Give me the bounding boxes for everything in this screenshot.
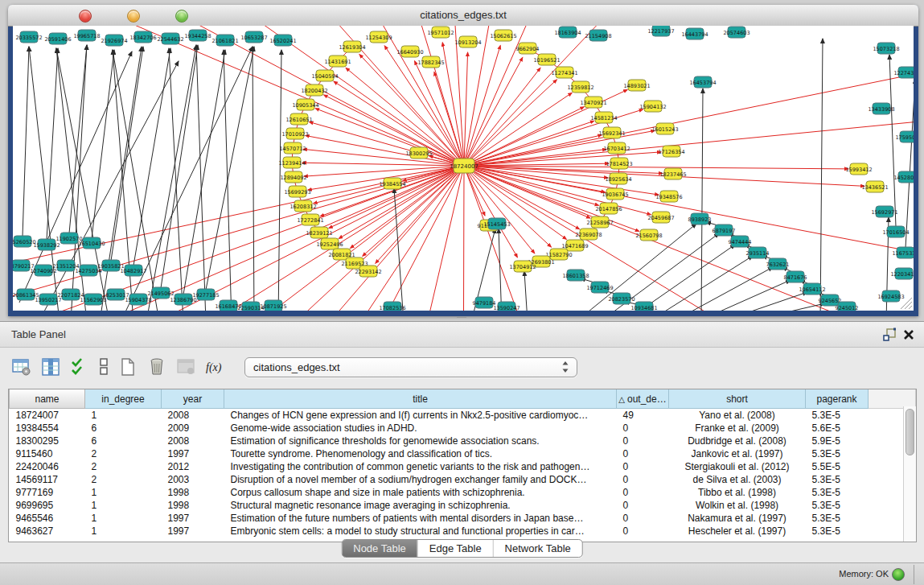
- table-cell[interactable]: 6: [85, 435, 162, 447]
- table-cell[interactable]: 0: [617, 435, 669, 447]
- table-row[interactable]: 2242004622012Investigating the contribut…: [10, 460, 916, 473]
- window-titlebar[interactable]: citations_edges.txt: [8, 5, 918, 27]
- column-header-short[interactable]: short: [669, 389, 806, 409]
- graph-edge-red[interactable]: [464, 58, 914, 166]
- graph-edge-black[interactable]: [701, 89, 703, 311]
- column-visibility-icon[interactable]: [40, 356, 61, 377]
- graph-edge-red[interactable]: [324, 95, 464, 166]
- table-cell[interactable]: 18300295: [10, 435, 85, 447]
- graph-edge-black[interactable]: [92, 50, 114, 238]
- table-cell[interactable]: Nakamura et al. (1997): [669, 512, 806, 525]
- table-cell[interactable]: 2003: [162, 473, 224, 486]
- network-view[interactable]: 1261930411431691150405941820043210905344…: [13, 26, 914, 311]
- table-cell[interactable]: 1997: [162, 512, 224, 525]
- table-row[interactable]: 969969511998Structural magnetic resonanc…: [10, 499, 916, 512]
- table-cell[interactable]: 22420046: [10, 460, 85, 473]
- table-cell[interactable]: 0: [617, 422, 669, 435]
- table-cell[interactable]: Tourette syndrome. Phenomenology and cla…: [224, 447, 617, 460]
- graph-edge-black[interactable]: [721, 292, 807, 311]
- table-cell[interactable]: 0: [617, 525, 669, 538]
- table-cell[interactable]: 9699695: [10, 499, 85, 512]
- graph-edge-black[interactable]: [69, 45, 87, 233]
- tab-edge-table[interactable]: Edge Table: [417, 540, 493, 557]
- table-select-dropdown[interactable]: citations_edges.txt: [244, 357, 577, 377]
- table-cell[interactable]: 9115460: [10, 447, 85, 460]
- table-cell[interactable]: 6: [85, 422, 162, 435]
- table-cell[interactable]: 1998: [162, 486, 224, 499]
- table-cell[interactable]: 2008: [162, 409, 224, 422]
- memory-status-indicator[interactable]: [892, 568, 905, 581]
- select-rows-icon[interactable]: [69, 356, 90, 377]
- column-header-pagerank[interactable]: pagerank: [806, 389, 869, 409]
- column-header-in_degree[interactable]: in_degree: [85, 389, 162, 409]
- table-cell[interactable]: Stergiakouli et al. (2012): [669, 460, 806, 473]
- vertical-scrollbar[interactable]: [903, 406, 916, 542]
- table-cell[interactable]: de Silva et al. (2003): [669, 473, 806, 486]
- network-graph[interactable]: 1261930411431691150405941820043210905344…: [13, 26, 914, 311]
- graph-edge-black[interactable]: [906, 79, 914, 248]
- delete-column-icon[interactable]: [146, 356, 167, 377]
- tab-node-table[interactable]: Node Table: [342, 540, 417, 557]
- graph-edge-red[interactable]: [464, 107, 584, 166]
- table-cell[interactable]: 5.3E-5: [806, 486, 869, 499]
- new-column-icon[interactable]: [117, 356, 138, 377]
- table-cell[interactable]: 5.3E-5: [806, 512, 869, 525]
- table-cell[interactable]: Wolkin et al. (1998): [669, 499, 806, 512]
- table-cell[interactable]: Investigating the contribution of common…: [224, 460, 617, 473]
- column-header-year[interactable]: year: [162, 389, 224, 409]
- scrollbar-thumb[interactable]: [906, 409, 914, 455]
- graph-edge-black[interactable]: [820, 39, 823, 311]
- table-cell[interactable]: 2: [85, 473, 162, 486]
- column-header-name[interactable]: name: [10, 389, 85, 409]
- table-row[interactable]: 1830029562008Estimation of significance …: [10, 435, 916, 447]
- table-cell[interactable]: Embryonic stem cells: a model to study s…: [224, 525, 617, 538]
- graph-edge-red[interactable]: [315, 109, 464, 166]
- graph-edge-red[interactable]: [463, 166, 464, 311]
- table-cell[interactable]: 9465546: [10, 512, 85, 525]
- graph-edge-black[interactable]: [524, 271, 528, 311]
- table-cell[interactable]: 19384554: [10, 422, 85, 435]
- delete-table-icon[interactable]: [175, 356, 196, 377]
- table-cell[interactable]: 1: [85, 499, 162, 512]
- table-settings-icon[interactable]: [11, 356, 32, 377]
- table-cell[interactable]: Estimation of the future numbers of pati…: [224, 512, 617, 525]
- table-row[interactable]: 1872400712008Changes of HCN gene express…: [10, 409, 916, 422]
- table-cell[interactable]: Structural magnetic resonance image aver…: [224, 499, 617, 512]
- graph-edge-red[interactable]: [464, 166, 897, 311]
- table-cell[interactable]: 2: [85, 460, 162, 473]
- graph-edge-black[interactable]: [183, 50, 225, 295]
- table-cell[interactable]: Jankovic et al. (1997): [669, 447, 806, 460]
- table-cell[interactable]: Genome-wide association studies in ADHD.: [224, 422, 617, 435]
- table-cell[interactable]: Yano et al. (2008): [669, 409, 806, 422]
- graph-edge-black[interactable]: [206, 47, 254, 290]
- graph-edge-red[interactable]: [464, 166, 560, 311]
- table-cell[interactable]: 1: [85, 512, 162, 525]
- function-builder-icon[interactable]: f(x): [204, 356, 225, 377]
- table-cell[interactable]: Estimation of significance thresholds fo…: [224, 435, 617, 447]
- table-row[interactable]: 946362711997Embryonic stem cells: a mode…: [10, 525, 916, 538]
- graph-edge-black[interactable]: [111, 47, 143, 261]
- graph-edge-black[interactable]: [23, 47, 29, 237]
- graph-edge-black[interactable]: [696, 280, 791, 311]
- float-panel-icon[interactable]: [882, 328, 897, 342]
- table-row[interactable]: 1456911722003Disruption of a novel membe…: [10, 473, 916, 486]
- graph-edge-black[interactable]: [253, 47, 254, 311]
- graph-edge-black[interactable]: [47, 48, 58, 240]
- graph-edge-black[interactable]: [648, 256, 753, 311]
- table-cell[interactable]: 0: [617, 499, 669, 512]
- table-cell[interactable]: 1998: [162, 499, 224, 512]
- table-cell[interactable]: 2: [85, 447, 162, 460]
- table-cell[interactable]: 5.3E-5: [806, 409, 869, 422]
- table-row[interactable]: 911546021997Tourette syndrome. Phenomeno…: [10, 447, 916, 460]
- table-cell[interactable]: 9777169: [10, 486, 85, 499]
- table-cell[interactable]: 0: [617, 447, 669, 460]
- table-cell[interactable]: 0: [617, 486, 669, 499]
- graph-edge-red[interactable]: [77, 166, 464, 311]
- row-height-icon[interactable]: [98, 356, 109, 377]
- graph-edge-red[interactable]: [399, 166, 464, 311]
- table-cell[interactable]: 9463627: [10, 525, 85, 538]
- table-cell[interactable]: Changes of HCN gene expression and I(f) …: [224, 409, 617, 422]
- table-cell[interactable]: 5.5E-5: [806, 460, 869, 473]
- graph-edge-red[interactable]: [464, 57, 523, 166]
- table-cell[interactable]: Dudbridge et al. (2008): [669, 435, 806, 447]
